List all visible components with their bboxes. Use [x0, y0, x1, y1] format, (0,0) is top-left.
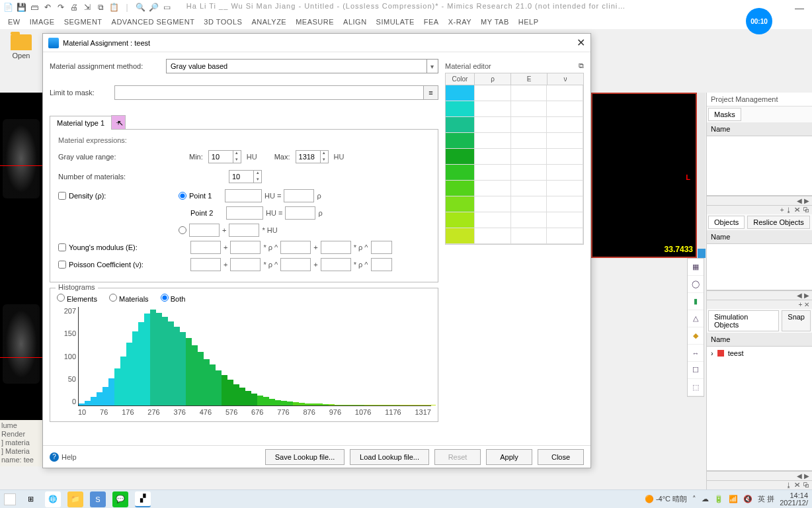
- tree-item-teest[interactable]: › teest: [707, 347, 812, 360]
- poisson-checkbox[interactable]: [58, 261, 66, 269]
- p2-hu-input[interactable]: [226, 206, 263, 220]
- start-button[interactable]: [4, 493, 16, 505]
- close-button[interactable]: Close: [538, 449, 584, 465]
- menu-xray[interactable]: X-RAY: [448, 18, 471, 26]
- color-cell[interactable]: [446, 117, 475, 133]
- print-icon[interactable]: 🖨: [69, 2, 79, 13]
- sim-scroll[interactable]: ◀ ▶: [707, 471, 812, 480]
- tray-volume-icon[interactable]: 🔇: [743, 495, 752, 503]
- chevron-down-icon[interactable]: ▾: [426, 60, 434, 73]
- radio-both[interactable]: Both: [161, 294, 186, 303]
- menu-ew[interactable]: EW: [8, 18, 20, 26]
- max-spinner[interactable]: ▴▾: [296, 150, 329, 163]
- spin-down-icon[interactable]: ▾: [253, 177, 261, 183]
- tool-circle-icon[interactable]: ◯: [688, 276, 704, 293]
- v-b-input[interactable]: [230, 258, 261, 271]
- spin-up-icon[interactable]: ▴: [233, 150, 241, 157]
- sim-name-header[interactable]: Name: [707, 333, 812, 347]
- e-c-input[interactable]: [280, 241, 311, 254]
- tool-grid-icon[interactable]: ▦: [688, 259, 704, 276]
- p1-hu-input[interactable]: [225, 189, 262, 202]
- viewport-scrollbar[interactable]: [698, 93, 706, 258]
- v-a-input[interactable]: [190, 258, 221, 271]
- tool-triangle-icon[interactable]: △: [688, 310, 704, 327]
- value-cell[interactable]: [547, 133, 583, 149]
- paste-icon[interactable]: 📋: [108, 2, 119, 13]
- help-button[interactable]: ?Help: [50, 452, 77, 462]
- menu-adv-segment[interactable]: ADVANCED SEGMENT: [112, 18, 195, 26]
- material-row[interactable]: [446, 149, 583, 165]
- export-icon[interactable]: ⇲: [82, 2, 93, 13]
- p2-rho-input[interactable]: [285, 206, 315, 220]
- taskbar-clock[interactable]: 14:14 2021/12/: [780, 492, 808, 507]
- max-input[interactable]: [296, 153, 320, 161]
- value-cell[interactable]: [475, 181, 511, 196]
- new-icon[interactable]: 📄: [3, 2, 13, 13]
- material-row[interactable]: [446, 196, 583, 212]
- point1-radio[interactable]: [179, 192, 186, 200]
- material-row[interactable]: [446, 181, 583, 196]
- material-row[interactable]: [446, 117, 583, 133]
- mask-picker-icon[interactable]: ≡: [423, 86, 438, 99]
- viewport-axial[interactable]: [0, 93, 42, 422]
- tool-cube-icon[interactable]: ◆: [688, 327, 704, 345]
- menu-image[interactable]: IMAGE: [30, 18, 55, 26]
- num-materials-spinner[interactable]: ▴▾: [229, 170, 262, 183]
- tray-cloud-icon[interactable]: ☁: [702, 495, 709, 503]
- value-cell[interactable]: [511, 165, 548, 181]
- v-d-input[interactable]: [321, 258, 351, 271]
- value-cell[interactable]: [511, 85, 548, 101]
- col-rho[interactable]: ρ: [475, 73, 511, 85]
- p1-rho-input[interactable]: [284, 189, 314, 202]
- material-type-tab[interactable]: Material type 1: [50, 116, 112, 130]
- e-e-input[interactable]: [371, 241, 392, 254]
- value-cell[interactable]: [511, 228, 548, 244]
- color-cell[interactable]: [446, 133, 475, 149]
- value-cell[interactable]: [475, 196, 511, 212]
- sim-mini-toolbar[interactable]: ⭳ ✕ ⧉: [707, 480, 812, 489]
- reset-button[interactable]: Reset: [434, 449, 481, 465]
- color-cell[interactable]: [446, 101, 475, 117]
- popout-icon[interactable]: ⧉: [579, 62, 584, 70]
- spin-down-icon[interactable]: ▾: [233, 157, 241, 163]
- menu-measure[interactable]: MEASURE: [296, 18, 334, 26]
- value-cell[interactable]: [511, 181, 548, 196]
- menu-simulate[interactable]: SIMULATE: [376, 18, 415, 26]
- tool-arrows-icon[interactable]: ↔: [688, 345, 704, 362]
- value-cell[interactable]: [475, 212, 511, 228]
- value-cell[interactable]: [547, 196, 583, 212]
- zoom-in-icon[interactable]: 🔍: [135, 2, 145, 13]
- save-lookup-button[interactable]: Save Lookup file...: [265, 449, 345, 465]
- value-cell[interactable]: [547, 181, 583, 196]
- value-cell[interactable]: [511, 133, 548, 149]
- tray-battery-icon[interactable]: 🔋: [714, 495, 723, 503]
- youngs-checkbox[interactable]: [58, 243, 66, 251]
- value-cell[interactable]: [475, 101, 511, 117]
- formula-radio[interactable]: [179, 226, 186, 234]
- wechat-icon[interactable]: 💬: [112, 491, 128, 507]
- min-spinner[interactable]: ▴▾: [208, 150, 241, 163]
- objects-name-header[interactable]: Name: [707, 230, 812, 244]
- add-material-type-button[interactable]: +↖: [111, 115, 126, 130]
- value-cell[interactable]: [475, 117, 511, 133]
- material-row[interactable]: [446, 133, 583, 149]
- density-a-input[interactable]: [189, 224, 220, 237]
- masks-name-header[interactable]: Name: [707, 122, 812, 136]
- e-b-input[interactable]: [230, 241, 261, 254]
- method-combo[interactable]: Gray value based ▾: [166, 59, 438, 73]
- tool-box-icon[interactable]: ☐: [688, 362, 704, 379]
- viewport-3d[interactable]: L 33.7433: [591, 93, 697, 258]
- color-cell[interactable]: [446, 85, 475, 101]
- value-cell[interactable]: [547, 165, 583, 181]
- fit-icon[interactable]: ▭: [161, 2, 172, 13]
- tray-wifi-icon[interactable]: 📶: [729, 495, 738, 503]
- close-icon[interactable]: ✕: [577, 36, 585, 49]
- tray-ime[interactable]: 英 拼: [758, 494, 774, 504]
- value-cell[interactable]: [547, 117, 583, 133]
- v-c-input[interactable]: [280, 258, 311, 271]
- value-cell[interactable]: [511, 149, 548, 165]
- objects-scroll[interactable]: ◀ ▶: [707, 290, 812, 300]
- save-all-icon[interactable]: 🗃: [29, 2, 40, 13]
- spin-down-icon[interactable]: ▾: [320, 157, 328, 163]
- color-cell[interactable]: [446, 228, 475, 244]
